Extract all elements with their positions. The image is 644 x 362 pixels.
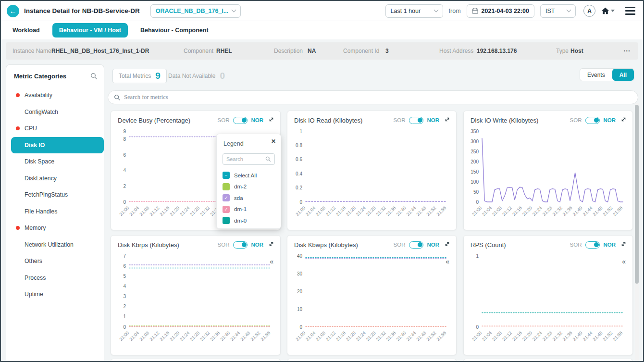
- expand-icon[interactable]: [268, 240, 274, 249]
- legend-item-dm-0[interactable]: dm-0: [223, 215, 278, 226]
- sidebar-item-disk-io[interactable]: Disk IO: [11, 137, 104, 154]
- info-field-value: RHEL: [216, 48, 232, 54]
- info-field-label: Type: [556, 48, 569, 54]
- instance-dropdown[interactable]: ORACLE_NB_DB_176_I...: [150, 4, 241, 18]
- legend-checkbox-icon[interactable]: ✓: [223, 206, 230, 213]
- toggle-knob-icon: [242, 242, 247, 247]
- sidebar-item-availability[interactable]: Availability: [6, 87, 104, 104]
- x-tick-label: 21:52: [425, 330, 437, 342]
- x-tick-label: 21:40: [219, 330, 231, 342]
- x-tick-label: 21:40: [571, 330, 583, 342]
- x-tick-label: 21:56: [435, 330, 447, 342]
- toggle-knob-icon: [418, 242, 422, 247]
- collapse-panel-icon[interactable]: «: [446, 258, 449, 265]
- sidebar-item-label: Availability: [25, 92, 52, 99]
- x-tick-label: 21:32: [375, 330, 387, 342]
- home-menu[interactable]: [601, 7, 615, 14]
- legend-item-dm-1[interactable]: ✓dm-1: [223, 204, 278, 215]
- x-tick-label: 21:04: [481, 330, 493, 342]
- legend-search-input[interactable]: [226, 156, 265, 162]
- sor-nor-toggle[interactable]: [585, 117, 600, 124]
- x-tick-label: 21:52: [425, 205, 437, 217]
- sidebar-item-network-utilization[interactable]: Network Utilization: [6, 237, 104, 253]
- x-tick-label: 21:16: [511, 205, 523, 217]
- legend-checkbox-icon[interactable]: [223, 217, 230, 224]
- collapse-panel-icon[interactable]: «: [622, 258, 626, 265]
- x-tick-label: 21:36: [385, 330, 397, 342]
- x-tick-label: 21:16: [335, 205, 347, 217]
- info-field-label: Instance Name: [12, 48, 51, 54]
- expand-icon[interactable]: [268, 116, 274, 125]
- sor-nor-toggle[interactable]: [409, 117, 423, 124]
- y-tick-label: 8: [123, 137, 126, 142]
- metric-search-input[interactable]: [124, 94, 632, 101]
- x-tick-label: 21:44: [405, 330, 417, 342]
- vertical-scrollbar-track[interactable]: [635, 103, 639, 361]
- y-tick-label: 10: [297, 307, 303, 312]
- x-tick-label: 21:08: [315, 205, 327, 217]
- sidebar-item-fetchpingstatus[interactable]: FetchPingStatus: [6, 187, 104, 203]
- legend-checkbox-icon[interactable]: [223, 183, 230, 190]
- sidebar-item-uptime[interactable]: Uptime: [6, 286, 104, 303]
- sor-nor-toggle[interactable]: [233, 241, 248, 249]
- y-tick-label: 0: [123, 200, 126, 205]
- sidebar-item-label: DiskLatency: [25, 175, 57, 182]
- data-not-available-label: Data Not Available: [168, 73, 216, 79]
- legend-checkbox-icon[interactable]: −: [223, 172, 230, 179]
- legend-item-select-all[interactable]: −Select All: [223, 170, 278, 181]
- search-icon[interactable]: [90, 73, 98, 80]
- sidebar-item-process[interactable]: Process: [6, 270, 104, 287]
- legend-item-list: −Select Alldm-2✓sda✓dm-1dm-0: [223, 170, 278, 226]
- x-tick-label: 21:00: [295, 205, 307, 217]
- tab-workload[interactable]: Workload: [12, 27, 40, 34]
- x-tick-label: 21:44: [582, 205, 594, 217]
- sor-nor-toggle[interactable]: [409, 241, 423, 249]
- sidebar-item-configwatch[interactable]: ConfigWatch: [6, 104, 104, 121]
- time-range-dropdown[interactable]: Last 1 hour: [385, 4, 443, 18]
- x-tick-label: 21:00: [118, 330, 130, 342]
- info-field-label: Component: [184, 48, 213, 54]
- expand-icon[interactable]: [444, 116, 450, 125]
- more-options-ellipsis[interactable]: ...: [623, 45, 631, 53]
- y-tick-label: 0: [123, 325, 126, 330]
- timezone-dropdown[interactable]: IST: [540, 4, 576, 18]
- sor-nor-toggle[interactable]: [233, 117, 248, 124]
- sor-nor-toggle[interactable]: [585, 241, 600, 249]
- x-tick-label: 21:32: [199, 330, 211, 342]
- caret-down-icon: [611, 10, 615, 12]
- user-avatar[interactable]: A: [583, 5, 595, 17]
- back-button[interactable]: ←: [7, 5, 19, 17]
- sidebar-item-cpu[interactable]: CPU: [6, 120, 104, 137]
- tab-behaviour-vm-host[interactable]: Behaviour - VM / Host: [52, 23, 128, 37]
- expand-icon[interactable]: [444, 240, 450, 249]
- expand-icon[interactable]: [620, 240, 627, 249]
- sidebar-item-disk-space[interactable]: Disk Space: [6, 153, 104, 170]
- sidebar-item-memory[interactable]: Memory: [6, 220, 104, 237]
- y-tick-label: 0.4: [296, 171, 302, 176]
- tab-behaviour-component[interactable]: Behaviour - Component: [140, 27, 209, 34]
- header-right-cluster: Last 1 hour from 2021-04-03 22:00 IST A: [385, 4, 635, 18]
- vertical-scrollbar-thumb[interactable]: [635, 105, 639, 284]
- legend-item-dm-2[interactable]: dm-2: [223, 181, 278, 193]
- x-tick-label: 21:04: [128, 330, 140, 342]
- x-tick-label: 21:36: [561, 330, 573, 342]
- sidebar-item-disklatency[interactable]: DiskLatency: [6, 170, 104, 187]
- legend-item-sda[interactable]: ✓sda: [223, 192, 278, 204]
- chart-card-rps-count-: RPS (Count)SORNOR«0121:0021:0421:0821:12…: [463, 235, 633, 355]
- sidebar-item-label: Disk Space: [25, 158, 54, 165]
- sidebar-item-file-handles[interactable]: File Handles: [6, 203, 104, 220]
- metric-search-bar: [108, 90, 638, 104]
- events-button[interactable]: Events: [580, 69, 612, 81]
- x-tick-label: 21:28: [541, 330, 553, 342]
- x-tick-label: 21:44: [405, 205, 417, 217]
- sidebar-item-others[interactable]: Others: [6, 253, 104, 270]
- expand-icon[interactable]: [620, 116, 627, 125]
- legend-checkbox-icon[interactable]: ✓: [223, 194, 230, 201]
- datetime-picker[interactable]: 2021-04-03 22:00: [467, 4, 534, 18]
- all-button[interactable]: All: [612, 69, 634, 81]
- search-icon: [114, 94, 121, 101]
- x-tick-label: 21:28: [189, 205, 201, 217]
- collapse-panel-icon[interactable]: «: [270, 258, 273, 265]
- close-icon[interactable]: ✕: [271, 138, 276, 145]
- hamburger-menu-icon[interactable]: [625, 7, 635, 15]
